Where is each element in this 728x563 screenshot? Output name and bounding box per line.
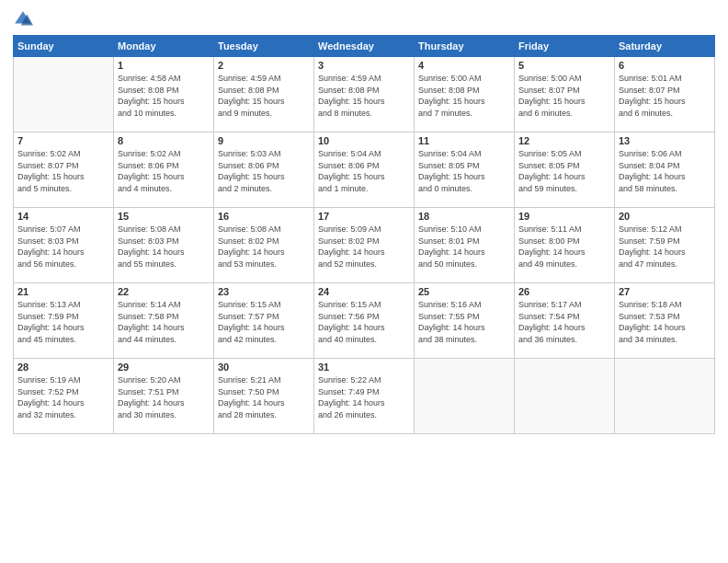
week-row-1: 7Sunrise: 5:02 AM Sunset: 8:07 PM Daylig…: [14, 132, 715, 208]
calendar-cell: 20Sunrise: 5:12 AM Sunset: 7:59 PM Dayli…: [615, 208, 715, 283]
day-info: Sunrise: 4:59 AM Sunset: 8:08 PM Dayligh…: [218, 73, 310, 119]
day-number: 31: [318, 362, 410, 373]
day-info: Sunrise: 5:07 AM Sunset: 8:03 PM Dayligh…: [17, 224, 109, 270]
calendar-cell: 1Sunrise: 4:58 AM Sunset: 8:08 PM Daylig…: [114, 57, 214, 132]
day-number: 14: [17, 211, 109, 222]
day-info: Sunrise: 5:03 AM Sunset: 8:06 PM Dayligh…: [218, 148, 310, 194]
calendar-cell: 21Sunrise: 5:13 AM Sunset: 7:59 PM Dayli…: [14, 283, 114, 359]
day-number: 22: [118, 286, 210, 297]
day-number: 6: [619, 60, 711, 71]
day-number: 10: [318, 135, 410, 146]
day-info: Sunrise: 5:13 AM Sunset: 7:59 PM Dayligh…: [17, 299, 109, 345]
calendar-cell: 27Sunrise: 5:18 AM Sunset: 7:53 PM Dayli…: [615, 283, 715, 359]
day-header-friday: Friday: [515, 36, 615, 57]
day-info: Sunrise: 5:22 AM Sunset: 7:49 PM Dayligh…: [318, 374, 410, 420]
day-info: Sunrise: 5:15 AM Sunset: 7:57 PM Dayligh…: [218, 299, 310, 345]
calendar-cell: 6Sunrise: 5:01 AM Sunset: 8:07 PM Daylig…: [615, 57, 715, 132]
calendar-table: SundayMondayTuesdayWednesdayThursdayFrid…: [13, 35, 715, 434]
day-number: 11: [418, 135, 510, 146]
day-number: 25: [418, 286, 510, 297]
day-info: Sunrise: 5:16 AM Sunset: 7:55 PM Dayligh…: [418, 299, 510, 345]
day-info: Sunrise: 5:14 AM Sunset: 7:58 PM Dayligh…: [118, 299, 210, 345]
header: [13, 9, 715, 29]
day-info: Sunrise: 5:04 AM Sunset: 8:05 PM Dayligh…: [418, 148, 510, 194]
calendar-cell: 26Sunrise: 5:17 AM Sunset: 7:54 PM Dayli…: [515, 283, 615, 359]
calendar-cell: [14, 57, 114, 132]
day-header-thursday: Thursday: [415, 36, 515, 57]
day-info: Sunrise: 4:58 AM Sunset: 8:08 PM Dayligh…: [118, 73, 210, 119]
calendar-cell: 8Sunrise: 5:02 AM Sunset: 8:06 PM Daylig…: [114, 132, 214, 208]
day-info: Sunrise: 4:59 AM Sunset: 8:08 PM Dayligh…: [318, 73, 410, 119]
day-number: 1: [118, 60, 210, 71]
day-info: Sunrise: 5:15 AM Sunset: 7:56 PM Dayligh…: [318, 299, 410, 345]
day-number: 13: [619, 135, 711, 146]
calendar-cell: 5Sunrise: 5:00 AM Sunset: 8:07 PM Daylig…: [515, 57, 615, 132]
calendar-cell: [615, 359, 715, 434]
day-info: Sunrise: 5:00 AM Sunset: 8:08 PM Dayligh…: [418, 73, 510, 119]
calendar-cell: 17Sunrise: 5:09 AM Sunset: 8:02 PM Dayli…: [314, 208, 415, 283]
day-number: 20: [619, 211, 711, 222]
day-number: 18: [418, 211, 510, 222]
calendar-cell: 12Sunrise: 5:05 AM Sunset: 8:05 PM Dayli…: [515, 132, 615, 208]
day-header-saturday: Saturday: [615, 36, 715, 57]
day-info: Sunrise: 5:02 AM Sunset: 8:07 PM Dayligh…: [17, 148, 109, 194]
day-number: 28: [17, 362, 109, 373]
day-number: 15: [118, 211, 210, 222]
day-number: 29: [118, 362, 210, 373]
day-number: 27: [619, 286, 711, 297]
day-number: 7: [17, 135, 109, 146]
logo-icon: [13, 9, 33, 29]
main-container: SundayMondayTuesdayWednesdayThursdayFrid…: [0, 0, 728, 443]
day-info: Sunrise: 5:05 AM Sunset: 8:05 PM Dayligh…: [518, 148, 610, 194]
calendar-cell: 2Sunrise: 4:59 AM Sunset: 8:08 PM Daylig…: [214, 57, 314, 132]
day-info: Sunrise: 5:10 AM Sunset: 8:01 PM Dayligh…: [418, 224, 510, 270]
calendar-cell: 28Sunrise: 5:19 AM Sunset: 7:52 PM Dayli…: [14, 359, 114, 434]
calendar-cell: 10Sunrise: 5:04 AM Sunset: 8:06 PM Dayli…: [314, 132, 415, 208]
calendar-cell: 22Sunrise: 5:14 AM Sunset: 7:58 PM Dayli…: [114, 283, 214, 359]
day-number: 26: [518, 286, 610, 297]
day-number: 5: [518, 60, 610, 71]
week-row-4: 28Sunrise: 5:19 AM Sunset: 7:52 PM Dayli…: [14, 359, 715, 434]
day-header-monday: Monday: [114, 36, 214, 57]
logo: [13, 9, 35, 29]
day-info: Sunrise: 5:21 AM Sunset: 7:50 PM Dayligh…: [218, 374, 310, 420]
day-number: 9: [218, 135, 310, 146]
day-number: 8: [118, 135, 210, 146]
day-number: 12: [518, 135, 610, 146]
day-number: 23: [218, 286, 310, 297]
day-number: 24: [318, 286, 410, 297]
day-header-wednesday: Wednesday: [314, 36, 415, 57]
day-number: 30: [218, 362, 310, 373]
day-info: Sunrise: 5:08 AM Sunset: 8:02 PM Dayligh…: [218, 224, 310, 270]
day-number: 3: [318, 60, 410, 71]
week-row-3: 21Sunrise: 5:13 AM Sunset: 7:59 PM Dayli…: [14, 283, 715, 359]
calendar-cell: 23Sunrise: 5:15 AM Sunset: 7:57 PM Dayli…: [214, 283, 314, 359]
day-number: 17: [318, 211, 410, 222]
calendar-cell: 13Sunrise: 5:06 AM Sunset: 8:04 PM Dayli…: [615, 132, 715, 208]
calendar-cell: [515, 359, 615, 434]
calendar-cell: 16Sunrise: 5:08 AM Sunset: 8:02 PM Dayli…: [214, 208, 314, 283]
day-header-tuesday: Tuesday: [214, 36, 314, 57]
day-number: 16: [218, 211, 310, 222]
calendar-cell: 18Sunrise: 5:10 AM Sunset: 8:01 PM Dayli…: [415, 208, 515, 283]
day-number: 21: [17, 286, 109, 297]
calendar-cell: 11Sunrise: 5:04 AM Sunset: 8:05 PM Dayli…: [415, 132, 515, 208]
calendar-cell: 14Sunrise: 5:07 AM Sunset: 8:03 PM Dayli…: [14, 208, 114, 283]
day-info: Sunrise: 5:01 AM Sunset: 8:07 PM Dayligh…: [619, 73, 711, 119]
header-row: SundayMondayTuesdayWednesdayThursdayFrid…: [14, 36, 715, 57]
calendar-cell: 25Sunrise: 5:16 AM Sunset: 7:55 PM Dayli…: [415, 283, 515, 359]
day-info: Sunrise: 5:02 AM Sunset: 8:06 PM Dayligh…: [118, 148, 210, 194]
day-info: Sunrise: 5:00 AM Sunset: 8:07 PM Dayligh…: [518, 73, 610, 119]
calendar-cell: 7Sunrise: 5:02 AM Sunset: 8:07 PM Daylig…: [14, 132, 114, 208]
day-info: Sunrise: 5:12 AM Sunset: 7:59 PM Dayligh…: [619, 224, 711, 270]
calendar-cell: 4Sunrise: 5:00 AM Sunset: 8:08 PM Daylig…: [415, 57, 515, 132]
calendar-cell: [415, 359, 515, 434]
day-info: Sunrise: 5:17 AM Sunset: 7:54 PM Dayligh…: [518, 299, 610, 345]
day-info: Sunrise: 5:18 AM Sunset: 7:53 PM Dayligh…: [619, 299, 711, 345]
week-row-0: 1Sunrise: 4:58 AM Sunset: 8:08 PM Daylig…: [14, 57, 715, 132]
day-header-sunday: Sunday: [14, 36, 114, 57]
calendar-cell: 15Sunrise: 5:08 AM Sunset: 8:03 PM Dayli…: [114, 208, 214, 283]
day-info: Sunrise: 5:19 AM Sunset: 7:52 PM Dayligh…: [17, 374, 109, 420]
day-number: 19: [518, 211, 610, 222]
calendar-cell: 9Sunrise: 5:03 AM Sunset: 8:06 PM Daylig…: [214, 132, 314, 208]
